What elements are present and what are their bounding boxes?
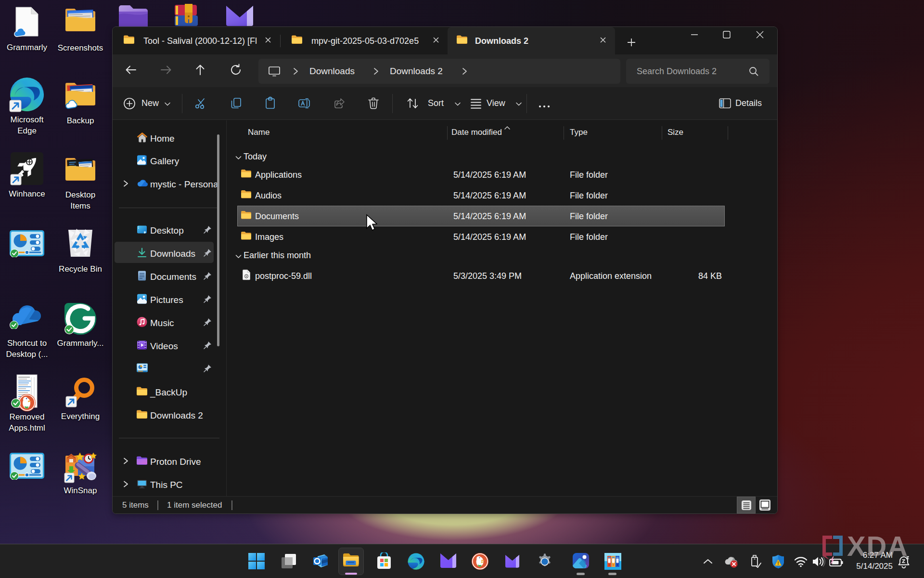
svg-text:XDA: XDA — [847, 530, 908, 562]
